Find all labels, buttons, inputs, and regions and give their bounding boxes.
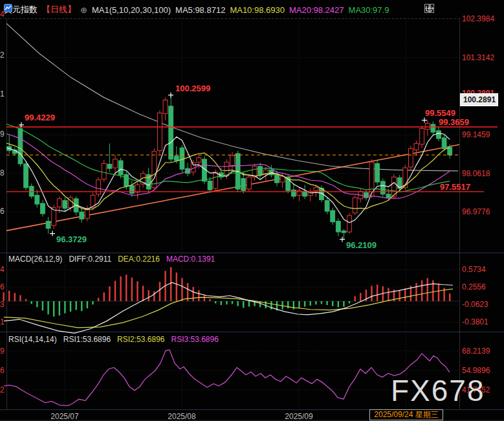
tool-page-forward-icon[interactable] bbox=[424, 3, 435, 14]
rsi-params-label: RSI(14,14,14) bbox=[8, 335, 57, 344]
clipped-axis-digit: 1 bbox=[0, 318, 6, 326]
rsi-pane[interactable] bbox=[4, 350, 450, 405]
clipped-axis-digit: 6 bbox=[0, 207, 6, 215]
clipped-axis-digit: 1 bbox=[0, 90, 6, 98]
clipped-axis-digit: 6 bbox=[0, 367, 6, 374]
macd-value: MACD:0.1391 bbox=[166, 255, 215, 264]
extreme-markers bbox=[19, 93, 427, 242]
macd-axis-label: 0.5734 bbox=[462, 266, 486, 273]
macd-axis-label: 0.2556 bbox=[462, 283, 486, 291]
macd-params-label: MACD(26,12,9) bbox=[8, 255, 62, 264]
gridlines bbox=[6, 18, 459, 409]
watermark-logo: FX678 bbox=[391, 373, 485, 408]
ma5-value: MA5:98.8712 bbox=[175, 5, 225, 15]
price-annotation: 99.5549 bbox=[425, 109, 455, 117]
ma30-value: MA30:97.9 bbox=[349, 5, 389, 15]
clipped-axis-digit: 2 bbox=[0, 51, 6, 59]
ma20-value: MA20:98.2427 bbox=[289, 5, 344, 15]
macd-header: MACD(26,12,9) DIFF:0.2911 DEA:0.2216 MAC… bbox=[8, 255, 215, 264]
period-label: 【日线】 bbox=[42, 4, 76, 16]
clipped-axis-digit: 2 bbox=[0, 386, 6, 394]
candles[interactable] bbox=[1, 95, 452, 240]
price-annotation: 100.2599 bbox=[175, 84, 210, 93]
rsi-axis-label: 68.2139 bbox=[462, 347, 490, 355]
rsi-header: RSI(14,14,14) RSI1:53.6896 RSI2:53.6896 … bbox=[8, 335, 219, 344]
macd-axis-label: -0.3801 bbox=[462, 318, 488, 326]
clipped-axis-digit: 3 bbox=[0, 301, 6, 308]
clipped-axis-digit: 9 bbox=[0, 347, 6, 355]
price-annotation: 99.3659 bbox=[439, 118, 469, 126]
ma10-value: MA10:98.6930 bbox=[230, 5, 285, 15]
price-annotation: 96.3729 bbox=[56, 235, 87, 244]
main-pane[interactable] bbox=[0, 23, 459, 239]
rsi3-value: RSI3:53.6896 bbox=[171, 335, 219, 344]
y-axis-label: 99.1459 bbox=[462, 131, 490, 139]
ma-params-label: MA1(5,10,20,30,100) bbox=[92, 5, 171, 15]
y-axis-label: 101.3142 bbox=[462, 54, 494, 62]
rsi2-value: RSI2:53.6896 bbox=[117, 335, 164, 344]
clipped-axis-digit: 9 bbox=[0, 130, 6, 138]
clipped-axis-digit: 4 bbox=[0, 266, 6, 273]
macd-dea-value: DEA:0.2216 bbox=[118, 255, 160, 264]
clipped-axis-digit: 8 bbox=[0, 169, 6, 177]
y-axis-label: 102.3984 bbox=[462, 15, 494, 23]
price-annotation: 99.4229 bbox=[25, 113, 55, 122]
macd-axis-label: -0.0623 bbox=[462, 301, 488, 308]
current-price-box: 100.2891 bbox=[460, 93, 498, 106]
y-axis-label: 98.0618 bbox=[462, 170, 490, 177]
macd-pane[interactable] bbox=[4, 267, 459, 333]
add-compare-icon[interactable]: ⊕ bbox=[80, 5, 87, 15]
clipped-axis-digit: 6 bbox=[0, 283, 6, 291]
price-chart-canvas[interactable] bbox=[0, 0, 504, 421]
chart-header: 美元指数 【日线】 ⊕ MA1(5,10,20,30,100) MA5:98.8… bbox=[4, 4, 389, 16]
price-annotation: 96.2109 bbox=[346, 241, 377, 249]
current-date-box: 2025/09/24 星期三 bbox=[369, 409, 443, 420]
y-axis-label: 96.9776 bbox=[462, 208, 490, 216]
macd-diff-value: DIFF:0.2911 bbox=[69, 255, 111, 264]
rsi1-value: RSI1:53.6896 bbox=[63, 335, 111, 344]
chart-style-icon bbox=[4, 4, 12, 12]
price-annotation: 97.5517 bbox=[440, 183, 470, 191]
chart-application: { "header": { "symbol": "美元指数", "period"… bbox=[0, 0, 504, 421]
